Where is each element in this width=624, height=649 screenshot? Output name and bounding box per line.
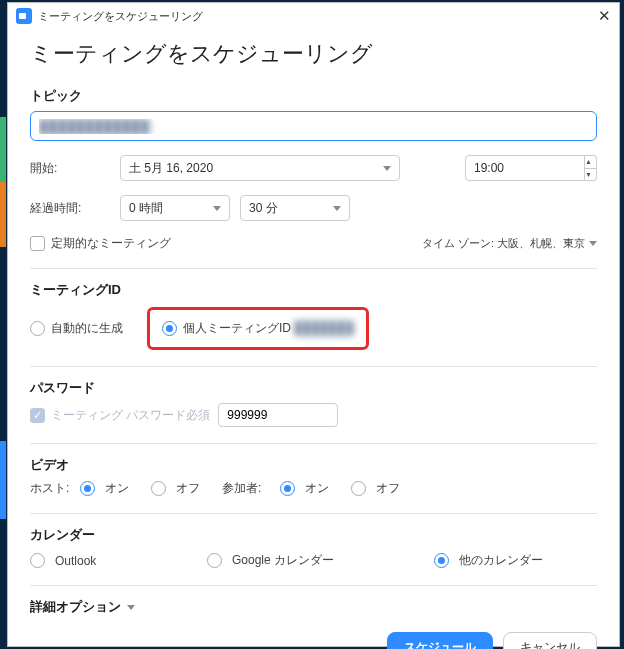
meeting-id-header: ミーティングID bbox=[30, 281, 597, 299]
page-title: ミーティングをスケジューリング bbox=[30, 39, 597, 69]
recurring-checkbox[interactable] bbox=[30, 236, 45, 251]
calendar-google-radio[interactable] bbox=[207, 553, 222, 568]
calendar-header: カレンダー bbox=[30, 526, 597, 544]
chevron-down-icon bbox=[333, 206, 341, 211]
advanced-label: 詳細オプション bbox=[30, 598, 121, 616]
advanced-options-toggle[interactable]: 詳細オプション bbox=[30, 598, 597, 616]
duration-hours-value: 0 時間 bbox=[129, 200, 163, 217]
video-off-label: オフ bbox=[176, 480, 200, 497]
duration-label: 経過時間: bbox=[30, 200, 110, 217]
password-header: パスワード bbox=[30, 379, 597, 397]
meeting-id-personal-label: 個人ミーティングID ███████ bbox=[183, 320, 354, 337]
personal-id-value: ███████ bbox=[294, 321, 354, 335]
schedule-button[interactable]: スケジュール bbox=[387, 632, 493, 649]
divider bbox=[30, 443, 597, 444]
topic-label: トピック bbox=[30, 87, 597, 105]
video-participant-label: 参加者: bbox=[222, 480, 276, 497]
divider bbox=[30, 513, 597, 514]
start-label: 開始: bbox=[30, 160, 110, 177]
chevron-down-icon bbox=[589, 241, 597, 246]
chevron-down-icon bbox=[127, 605, 135, 610]
video-header: ビデオ bbox=[30, 456, 597, 474]
start-date-select[interactable]: 土 5月 16, 2020 bbox=[120, 155, 400, 181]
calendar-outlook-label: Outlook bbox=[55, 554, 185, 568]
cancel-button[interactable]: キャンセル bbox=[503, 632, 597, 649]
duration-minutes-select[interactable]: 30 分 bbox=[240, 195, 350, 221]
timezone-label: タイム ゾーン: 大阪、札幌、東京 bbox=[422, 236, 585, 251]
close-icon[interactable]: ✕ bbox=[598, 7, 611, 25]
calendar-other-label: 他のカレンダー bbox=[459, 552, 543, 569]
meeting-id-personal-radio[interactable] bbox=[162, 321, 177, 336]
video-host-on-radio[interactable] bbox=[80, 481, 95, 496]
start-time-select[interactable]: 19:00 bbox=[465, 155, 585, 181]
video-off-label: オフ bbox=[376, 480, 400, 497]
password-required-checkbox[interactable]: ✓ bbox=[30, 408, 45, 423]
timezone-select[interactable]: タイム ゾーン: 大阪、札幌、東京 bbox=[422, 236, 597, 251]
calendar-outlook-radio[interactable] bbox=[30, 553, 45, 568]
recurring-label: 定期的なミーティング bbox=[51, 235, 171, 252]
password-required-label: ミーティング パスワード必須 bbox=[51, 407, 210, 424]
video-participant-on-radio[interactable] bbox=[280, 481, 295, 496]
topic-input[interactable] bbox=[30, 111, 597, 141]
left-accent-bar bbox=[0, 0, 6, 649]
divider bbox=[30, 585, 597, 586]
video-host-label: ホスト: bbox=[30, 480, 76, 497]
divider bbox=[30, 268, 597, 269]
start-time-value: 19:00 bbox=[474, 161, 504, 175]
password-input[interactable] bbox=[218, 403, 338, 427]
chevron-down-icon bbox=[383, 166, 391, 171]
duration-minutes-value: 30 分 bbox=[249, 200, 278, 217]
meeting-id-auto-label: 自動的に生成 bbox=[51, 320, 123, 337]
dialog-window: ミーティングをスケジューリング ✕ ミーティングをスケジューリング トピック 開… bbox=[7, 2, 620, 647]
calendar-google-label: Google カレンダー bbox=[232, 552, 412, 569]
video-host-off-radio[interactable] bbox=[151, 481, 166, 496]
title-bar: ミーティングをスケジューリング ✕ bbox=[8, 3, 619, 29]
calendar-other-radio[interactable] bbox=[434, 553, 449, 568]
meeting-id-auto-radio[interactable] bbox=[30, 321, 45, 336]
chevron-down-icon bbox=[213, 206, 221, 211]
window-title: ミーティングをスケジューリング bbox=[38, 9, 203, 24]
annotation-highlight: 個人ミーティングID ███████ bbox=[147, 307, 369, 350]
video-participant-off-radio[interactable] bbox=[351, 481, 366, 496]
app-icon bbox=[16, 8, 32, 24]
video-on-label: オン bbox=[105, 480, 129, 497]
start-date-value: 土 5月 16, 2020 bbox=[129, 160, 213, 177]
duration-hours-select[interactable]: 0 時間 bbox=[120, 195, 230, 221]
divider bbox=[30, 366, 597, 367]
video-on-label: オン bbox=[305, 480, 329, 497]
